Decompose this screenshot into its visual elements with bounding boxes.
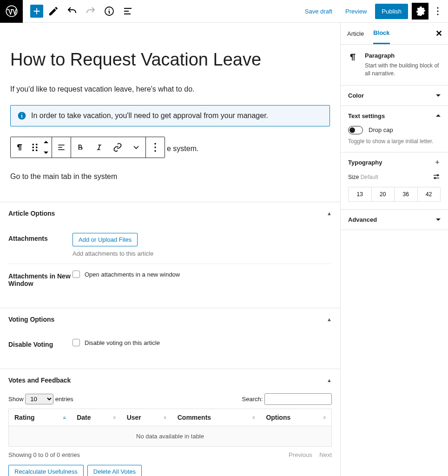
plus-icon[interactable] [434, 159, 441, 165]
wp-logo[interactable] [0, 0, 23, 23]
col-rating[interactable]: Rating▲▼ [9, 409, 72, 426]
collapse-icon: ▲ [327, 377, 332, 383]
add-upload-button[interactable]: Add or Upload Files [72, 233, 138, 246]
advanced-header[interactable]: Advanced [341, 210, 448, 230]
attachments-label: Attachments [8, 233, 72, 242]
outline-icon[interactable] [119, 3, 136, 20]
save-draft-button[interactable]: Save draft [300, 5, 337, 18]
disable-voting-label: Disable Voting [8, 339, 72, 348]
panel-title: Votes and Feedback [8, 377, 71, 384]
table-info: Showing 0 to 0 of 0 entries [8, 451, 80, 458]
bold-icon[interactable] [71, 137, 90, 158]
size-36[interactable]: 36 [395, 187, 418, 201]
preview-button[interactable]: Preview [341, 5, 371, 18]
delete-all-button[interactable]: Delete All Votes [87, 465, 142, 476]
align-icon[interactable] [52, 137, 71, 158]
size-13[interactable]: 13 [349, 187, 372, 201]
search-label: Search: [242, 396, 263, 403]
previous-button[interactable]: Previous [289, 451, 312, 458]
tab-article[interactable]: Article [347, 24, 364, 44]
top-toolbar: Save draft Preview Publish [0, 0, 448, 23]
panel-title: Voting Options [8, 316, 54, 323]
size-default: Default [361, 174, 378, 180]
drag-handle-icon[interactable] [29, 137, 40, 158]
recalculate-button[interactable]: Recalculate Usefulness [8, 465, 84, 476]
new-window-label: Attachments in New Window [8, 271, 72, 287]
chevron-up-icon [436, 113, 441, 118]
paragraph-type-icon[interactable] [11, 137, 29, 158]
link-icon[interactable] [108, 137, 127, 158]
more-menu-icon[interactable] [432, 3, 443, 20]
panel-title: Color [348, 92, 364, 99]
empty-row: No data available in table [9, 426, 332, 447]
chevron-down-icon [436, 93, 441, 98]
new-window-text: Open attachments in a new window [85, 271, 180, 278]
size-42[interactable]: 42 [418, 187, 441, 201]
col-options[interactable]: Options▲▼ [260, 409, 331, 426]
svg-point-14 [154, 150, 156, 152]
publish-button[interactable]: Publish [375, 4, 408, 19]
show-label: Show [8, 396, 24, 403]
disable-voting-checkbox[interactable] [72, 339, 80, 346]
sliders-icon[interactable] [432, 172, 441, 182]
settings-sidebar: Article Block ✕ Paragraph Start with the… [340, 23, 448, 476]
voting-options-panel: Voting Options ▲ Disable Voting Disable … [0, 308, 340, 369]
paragraph-intro[interactable]: If you'd like to request vacation leave,… [10, 84, 330, 95]
svg-point-8 [32, 146, 34, 148]
post-title[interactable]: How to Request Vacation Leave [10, 50, 330, 70]
col-user[interactable]: User▲▼ [121, 409, 172, 426]
move-down-icon[interactable] [40, 147, 52, 158]
chevron-down-icon[interactable] [127, 137, 145, 158]
svg-point-3 [437, 11, 439, 12]
votes-feedback-header[interactable]: Votes and Feedback ▲ [0, 369, 340, 391]
settings-button[interactable] [412, 3, 428, 20]
col-date[interactable]: Date▲▼ [71, 409, 121, 426]
typography-header[interactable]: Typography [341, 152, 448, 172]
svg-point-10 [32, 149, 34, 151]
add-block-button[interactable] [30, 5, 43, 18]
votes-table: Rating▲▼ Date▲▼ User▲▼ Comments▲▼ Option… [8, 409, 332, 447]
svg-point-11 [36, 149, 38, 151]
attachments-hint: Add attachments to this article [72, 250, 332, 257]
editor-canvas: How to Request Vacation Leave If you'd l… [0, 23, 340, 476]
info-icon[interactable] [101, 3, 118, 20]
next-button[interactable]: Next [319, 451, 332, 458]
entries-select[interactable]: 10 [25, 394, 53, 404]
svg-point-9 [36, 146, 38, 148]
paragraph-icon [348, 52, 358, 78]
article-options-header[interactable]: Article Options ▲ [0, 202, 340, 225]
edit-icon[interactable] [45, 3, 62, 20]
search-input[interactable] [264, 393, 332, 405]
entries-label: entries [55, 396, 73, 403]
tab-block[interactable]: Block [373, 23, 389, 44]
italic-icon[interactable] [90, 137, 108, 158]
svg-point-7 [36, 144, 38, 145]
size-20[interactable]: 20 [372, 187, 395, 201]
svg-point-6 [32, 144, 34, 145]
color-panel-header[interactable]: Color [341, 86, 448, 106]
new-window-checkbox[interactable] [72, 271, 80, 278]
info-callout[interactable]: In order to take vacation, you'll need t… [10, 105, 330, 126]
article-options-panel: Article Options ▲ Attachments Add or Upl… [0, 202, 340, 308]
drop-cap-hint: Toggle to show a large initial letter. [348, 138, 441, 145]
undo-icon[interactable] [64, 3, 80, 20]
drop-cap-label: Drop cap [369, 126, 393, 133]
paragraph-line2[interactable]: Go to the main tab in the system [10, 171, 330, 182]
collapse-icon: ▲ [327, 317, 332, 322]
block-more-icon[interactable] [146, 137, 165, 158]
text-settings-header[interactable]: Text settings [341, 106, 448, 126]
block-name: Paragraph [365, 52, 441, 59]
col-comments[interactable]: Comments▲▼ [172, 409, 261, 426]
move-up-icon[interactable] [40, 137, 52, 147]
redo-icon[interactable] [82, 3, 99, 20]
svg-point-13 [154, 146, 156, 148]
drop-cap-toggle[interactable] [348, 126, 363, 134]
close-sidebar-icon[interactable]: ✕ [435, 28, 442, 39]
block-toolbar [10, 137, 165, 158]
svg-point-2 [437, 7, 439, 9]
voting-options-header[interactable]: Voting Options ▲ [0, 308, 340, 331]
info-text: In order to take vacation, you'll need t… [31, 112, 268, 120]
chevron-down-icon [436, 217, 441, 222]
panel-title: Article Options [8, 210, 55, 217]
votes-feedback-panel: Votes and Feedback ▲ Show 10 entries Sea… [0, 369, 340, 476]
